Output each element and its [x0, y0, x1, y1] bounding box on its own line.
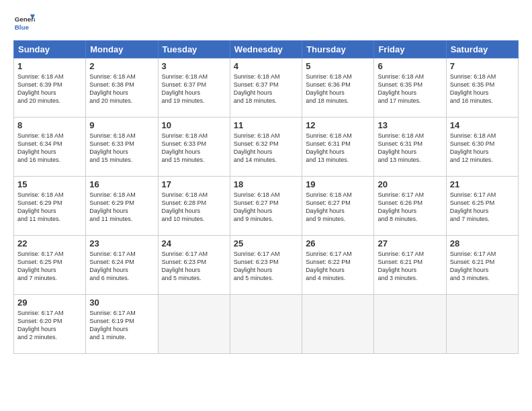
table-row: 30Sunrise: 6:17 AMSunset: 6:19 PMDayligh…: [86, 295, 158, 354]
calendar-week-row: 15Sunrise: 6:18 AMSunset: 6:29 PMDayligh…: [14, 177, 519, 236]
col-wednesday: Wednesday: [230, 41, 302, 58]
table-row: 9Sunrise: 6:18 AMSunset: 6:33 PMDaylight…: [86, 118, 158, 177]
table-row: 14Sunrise: 6:18 AMSunset: 6:30 PMDayligh…: [446, 118, 518, 177]
col-friday: Friday: [374, 41, 446, 58]
header: General Blue: [13, 12, 519, 34]
table-row: 25Sunrise: 6:17 AMSunset: 6:23 PMDayligh…: [230, 236, 302, 295]
table-row: [158, 295, 230, 354]
table-row: 21Sunrise: 6:17 AMSunset: 6:25 PMDayligh…: [446, 177, 518, 236]
table-row: 16Sunrise: 6:18 AMSunset: 6:29 PMDayligh…: [86, 177, 158, 236]
page: General Blue Sunday Monday Tuesday Wedne…: [0, 0, 532, 411]
table-row: 15Sunrise: 6:18 AMSunset: 6:29 PMDayligh…: [14, 177, 86, 236]
calendar-table: Sunday Monday Tuesday Wednesday Thursday…: [13, 40, 519, 354]
table-row: 13Sunrise: 6:18 AMSunset: 6:31 PMDayligh…: [374, 118, 446, 177]
table-row: [374, 295, 446, 354]
table-row: [446, 295, 518, 354]
table-row: 10Sunrise: 6:18 AMSunset: 6:33 PMDayligh…: [158, 118, 230, 177]
table-row: 24Sunrise: 6:17 AMSunset: 6:23 PMDayligh…: [158, 236, 230, 295]
table-row: 3Sunrise: 6:18 AMSunset: 6:37 PMDaylight…: [158, 58, 230, 118]
table-row: 8Sunrise: 6:18 AMSunset: 6:34 PMDaylight…: [14, 118, 86, 177]
table-row: 4Sunrise: 6:18 AMSunset: 6:37 PMDaylight…: [230, 58, 302, 118]
table-row: 12Sunrise: 6:18 AMSunset: 6:31 PMDayligh…: [302, 118, 374, 177]
calendar-header-row: Sunday Monday Tuesday Wednesday Thursday…: [14, 41, 519, 58]
table-row: 22Sunrise: 6:17 AMSunset: 6:25 PMDayligh…: [14, 236, 86, 295]
table-row: 17Sunrise: 6:18 AMSunset: 6:28 PMDayligh…: [158, 177, 230, 236]
table-row: 20Sunrise: 6:17 AMSunset: 6:26 PMDayligh…: [374, 177, 446, 236]
calendar-week-row: 1Sunrise: 6:18 AMSunset: 6:39 PMDaylight…: [14, 58, 519, 118]
col-tuesday: Tuesday: [158, 41, 230, 58]
table-row: [230, 295, 302, 354]
table-row: 23Sunrise: 6:17 AMSunset: 6:24 PMDayligh…: [86, 236, 158, 295]
table-row: 5Sunrise: 6:18 AMSunset: 6:36 PMDaylight…: [302, 58, 374, 118]
calendar-week-row: 29Sunrise: 6:17 AMSunset: 6:20 PMDayligh…: [14, 295, 519, 354]
table-row: 18Sunrise: 6:18 AMSunset: 6:27 PMDayligh…: [230, 177, 302, 236]
table-row: 1Sunrise: 6:18 AMSunset: 6:39 PMDaylight…: [14, 58, 86, 118]
logo-icon: General Blue: [13, 12, 35, 34]
table-row: [302, 295, 374, 354]
table-row: 28Sunrise: 6:17 AMSunset: 6:21 PMDayligh…: [446, 236, 518, 295]
calendar-week-row: 22Sunrise: 6:17 AMSunset: 6:25 PMDayligh…: [14, 236, 519, 295]
table-row: 29Sunrise: 6:17 AMSunset: 6:20 PMDayligh…: [14, 295, 86, 354]
col-saturday: Saturday: [446, 41, 518, 58]
table-row: 7Sunrise: 6:18 AMSunset: 6:35 PMDaylight…: [446, 58, 518, 118]
table-row: 2Sunrise: 6:18 AMSunset: 6:38 PMDaylight…: [86, 58, 158, 118]
svg-text:Blue: Blue: [15, 24, 30, 31]
table-row: 19Sunrise: 6:18 AMSunset: 6:27 PMDayligh…: [302, 177, 374, 236]
table-row: 26Sunrise: 6:17 AMSunset: 6:22 PMDayligh…: [302, 236, 374, 295]
col-monday: Monday: [86, 41, 158, 58]
table-row: 27Sunrise: 6:17 AMSunset: 6:21 PMDayligh…: [374, 236, 446, 295]
logo: General Blue: [13, 12, 38, 34]
table-row: 11Sunrise: 6:18 AMSunset: 6:32 PMDayligh…: [230, 118, 302, 177]
col-sunday: Sunday: [14, 41, 86, 58]
col-thursday: Thursday: [302, 41, 374, 58]
calendar-week-row: 8Sunrise: 6:18 AMSunset: 6:34 PMDaylight…: [14, 118, 519, 177]
table-row: 6Sunrise: 6:18 AMSunset: 6:35 PMDaylight…: [374, 58, 446, 118]
